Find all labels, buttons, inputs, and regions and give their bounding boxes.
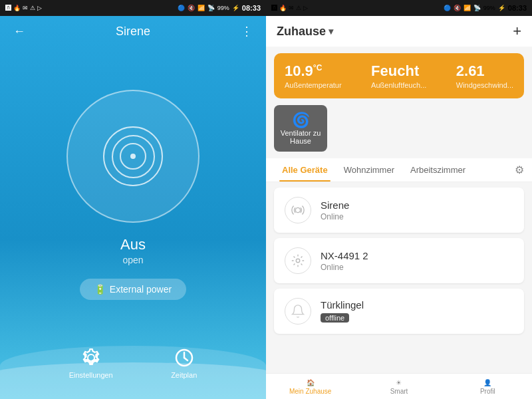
temp-unit: °C xyxy=(313,63,322,72)
device-card-nx4491[interactable]: NX-4491 2 Online xyxy=(274,238,524,283)
svg-point-4 xyxy=(296,259,300,263)
power-icon: 🔋 xyxy=(94,284,106,295)
settings-item[interactable]: Einstellungen xyxy=(69,347,113,379)
nav-item-profile[interactable]: 👤 Profil xyxy=(444,379,532,395)
device-info-sirene: Sirene Online xyxy=(321,200,513,221)
play-icon: ▷ xyxy=(37,5,42,11)
tab-work-room[interactable]: Arbeitszimmer xyxy=(402,158,473,182)
tab-gear-icon[interactable]: ⚙ xyxy=(515,164,524,176)
left-status-right: 🔵 🔇 📶 📡 99% ⚡ 08:33 xyxy=(178,4,261,12)
device-icon-nx4491 xyxy=(285,247,311,274)
tab-all-label: Alle Geräte xyxy=(282,165,328,175)
siren-circle[interactable] xyxy=(66,90,200,223)
temperature-value: 10.9°C xyxy=(285,63,342,80)
fan-label: Ventilator zu Hause xyxy=(278,129,323,145)
bottom-controls: Einstellungen Zeitplan xyxy=(0,336,266,399)
weather-card: 10.9°C Außentemperatur Feucht Außenluftf… xyxy=(274,53,524,98)
clock-icon xyxy=(174,347,195,368)
tab-all-devices[interactable]: Alle Geräte xyxy=(274,158,336,182)
home-title-text: Zuhause xyxy=(277,25,326,39)
wifi-icon-left: 📡 xyxy=(207,5,215,11)
sub-status-label: open xyxy=(120,255,146,265)
device-card-sirene[interactable]: Sirene Online xyxy=(274,188,524,233)
app-icon-right: 🅰 xyxy=(271,5,277,11)
wind-label: Windgeschwind... xyxy=(456,81,513,89)
device-info-nx4491: NX-4491 2 Online xyxy=(321,250,513,272)
schedule-item[interactable]: Zeitplan xyxy=(171,347,197,379)
wind-value: 2.61 xyxy=(456,63,513,80)
back-button[interactable]: ← xyxy=(11,22,28,41)
device-icon-sirene xyxy=(285,197,311,223)
flame-icon-right: 🔥 xyxy=(279,5,287,11)
status-bar-left: 🅰 🔥 ✉ ⚠ ▷ 🔵 🔇 📶 📡 99% ⚡ 08:33 xyxy=(0,0,266,16)
settings-label: Einstellungen xyxy=(69,371,113,379)
status-bar-right: 🅰 🔥 ✉ ⚠ ▷ 🔵 🔇 📶 📡 99% ⚡ 08:33 xyxy=(266,0,532,16)
humidity-item: Feucht Außenluftfeuch... xyxy=(371,63,426,89)
fan-card[interactable]: 🌀 Ventilator zu Hause xyxy=(274,105,327,152)
profile-nav-label: Profil xyxy=(480,388,495,395)
play-icon-right: ▷ xyxy=(303,5,308,11)
more-button[interactable]: ⋮ xyxy=(238,21,255,41)
nav-item-home[interactable]: 🏠 Mein Zuhause xyxy=(266,379,354,395)
home-nav-icon: 🏠 xyxy=(307,379,315,386)
nav-item-smart[interactable]: ☀ Smart xyxy=(354,379,443,395)
tab-work-label: Arbeitszimmer xyxy=(410,165,466,175)
profile-nav-icon: 👤 xyxy=(483,379,491,386)
device-name-nx4491: NX-4491 2 xyxy=(321,250,513,261)
battery-right: 99% xyxy=(483,5,495,11)
tab-living-room[interactable]: Wohnzimmer xyxy=(336,158,402,182)
external-power-label: External power xyxy=(110,284,172,295)
time-right: 08:33 xyxy=(508,4,527,12)
mail-icon: ✉ xyxy=(23,5,28,11)
device-list: Sirene Online NX-4491 2 Online xyxy=(266,182,532,373)
left-status-icons: 🅰 🔥 ✉ ⚠ ▷ xyxy=(5,5,42,11)
charging-icon-left: ⚡ xyxy=(232,5,239,11)
flame-icon: 🔥 xyxy=(13,5,21,11)
page-title: Sirene xyxy=(116,25,150,39)
right-header: Zuhause ▾ + xyxy=(266,16,532,47)
time-left: 08:33 xyxy=(242,4,261,12)
tabs-row: Alle Geräte Wohnzimmer Arbeitszimmer ⚙ xyxy=(266,158,532,182)
app-icon-left: 🅰 xyxy=(5,5,11,11)
svg-line-2 xyxy=(184,358,188,360)
device-status-sirene: Online xyxy=(321,212,513,221)
external-power-button[interactable]: 🔋 External power xyxy=(80,279,186,300)
offline-badge: offline xyxy=(321,313,349,323)
home-title[interactable]: Zuhause ▾ xyxy=(277,25,333,39)
humidity-value: Feucht xyxy=(371,63,426,80)
battery-left: 99% xyxy=(217,5,229,11)
device-info-turklingel: Türklingel offline xyxy=(321,299,513,323)
main-circle-container: Aus open 🔋 External power xyxy=(0,53,266,336)
gear-icon xyxy=(80,347,102,368)
center-dot xyxy=(130,154,136,159)
right-panel: 🅰 🔥 ✉ ⚠ ▷ 🔵 🔇 📶 📡 99% ⚡ 08:33 Zuhause ▾ … xyxy=(266,0,532,399)
right-status-right: 🔵 🔇 📶 📡 99% ⚡ 08:33 xyxy=(444,4,527,12)
bluetooth-icon-left: 🔵 xyxy=(178,5,185,11)
temperature-label: Außentemperatur xyxy=(285,81,342,89)
bluetooth-icon-right: 🔵 xyxy=(444,5,451,11)
fan-card-row: 🌀 Ventilator zu Hause xyxy=(274,105,524,152)
device-card-turklingel[interactable]: Türklingel offline xyxy=(274,289,524,334)
tab-living-label: Wohnzimmer xyxy=(344,165,394,175)
alert-icon-right: ⚠ xyxy=(296,5,301,11)
humidity-label: Außenluftfeuch... xyxy=(371,81,426,89)
signal-icon-left: 📶 xyxy=(198,5,205,11)
mute-icon-right: 🔇 xyxy=(454,5,461,11)
left-header: ← Sirene ⋮ xyxy=(0,16,266,47)
charging-icon-right: ⚡ xyxy=(498,5,505,11)
device-name-sirene: Sirene xyxy=(321,200,513,211)
fan-icon: 🌀 xyxy=(292,112,310,129)
schedule-label: Zeitplan xyxy=(171,371,197,379)
device-status-nx4491: Online xyxy=(321,263,513,272)
smart-nav-label: Smart xyxy=(390,388,408,395)
device-status-text: Aus open xyxy=(120,236,146,265)
alert-icon: ⚠ xyxy=(30,5,35,11)
signal-icon-right: 📶 xyxy=(464,5,471,11)
wind-item: 2.61 Windgeschwind... xyxy=(456,63,513,89)
mail-icon-right: ✉ xyxy=(289,5,294,11)
right-status-icons: 🅰 🔥 ✉ ⚠ ▷ xyxy=(271,5,308,11)
left-panel: 🅰 🔥 ✉ ⚠ ▷ 🔵 🔇 📶 📡 99% ⚡ 08:33 ← Sirene ⋮ xyxy=(0,0,266,399)
device-icon-turklingel xyxy=(285,298,311,325)
add-button[interactable]: + xyxy=(513,23,521,40)
smart-nav-icon: ☀ xyxy=(396,379,402,386)
